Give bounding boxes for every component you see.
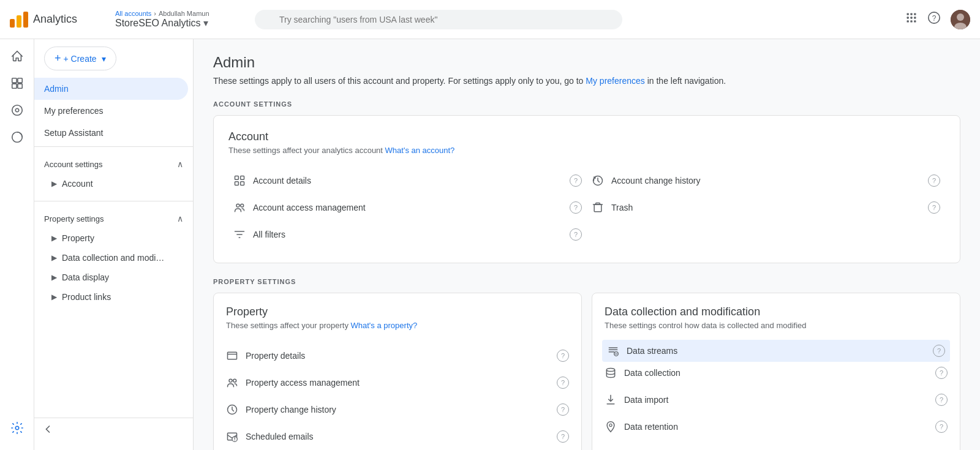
search-wrapper (255, 10, 622, 29)
all-filters-help[interactable]: ? (570, 228, 582, 241)
reports-icon[interactable] (5, 71, 29, 96)
svg-rect-26 (235, 182, 239, 186)
home-icon[interactable] (5, 44, 29, 69)
create-dropdown-icon[interactable]: ▾ (102, 54, 106, 64)
svg-point-14 (957, 13, 964, 21)
account-access-item[interactable]: Account access management ? (233, 194, 582, 221)
property-details-help[interactable]: ? (557, 350, 569, 362)
change-history-item[interactable]: Account change history ? (592, 167, 940, 194)
analytics-logo (10, 12, 28, 28)
account-access-help[interactable]: ? (570, 201, 582, 214)
data-streams-item[interactable]: Data streams ? (602, 340, 950, 362)
account-card: Account These settings affect your analy… (213, 115, 960, 263)
property-change-history-item[interactable]: Property change history ? (226, 396, 569, 423)
dropdown-arrow[interactable]: ▾ (203, 17, 208, 29)
account-details-label: Account details (253, 176, 562, 186)
app-title: Analytics (33, 13, 77, 26)
description-prefix: These settings apply to all users of thi… (213, 76, 586, 86)
collapse-nav-btn[interactable] (34, 418, 193, 440)
explore-icon[interactable] (5, 98, 29, 122)
nav-item-preferences[interactable]: My preferences (34, 100, 188, 122)
svg-point-43 (606, 369, 614, 372)
data-collection-item[interactable]: Data collection ? (605, 359, 948, 386)
settings-icon[interactable] (5, 416, 29, 440)
description-suffix: in the left navigation. (647, 76, 726, 86)
all-filters-item[interactable]: All filters ? (233, 221, 582, 248)
nav-sub-data-collection-label: Data collection and modifica... (62, 253, 166, 263)
change-history-help[interactable]: ? (928, 174, 940, 187)
nav-sub-data-collection[interactable]: ▶ Data collection and modifica... (34, 248, 188, 268)
nav-sub-account-label: Account (62, 179, 93, 189)
scheduled-emails-label: Scheduled emails (246, 432, 549, 441)
svg-point-40 (235, 440, 235, 440)
search-input[interactable] (255, 10, 622, 29)
svg-text:?: ? (932, 14, 937, 23)
trash-help[interactable]: ? (928, 201, 940, 214)
account-card-subtitle-text: These settings affect your analytics acc… (228, 146, 385, 155)
page-title: Admin (213, 54, 960, 71)
data-retention-help[interactable]: ? (935, 421, 948, 433)
data-collection-expand-icon: ▶ (51, 253, 57, 262)
property-details-item[interactable]: Property details ? (226, 342, 569, 369)
property-settings-section: Property settings ∧ ▶ Property ▶ Data co… (34, 204, 193, 312)
property-access-item[interactable]: Property access management ? (226, 369, 569, 396)
svg-rect-8 (907, 20, 909, 22)
property-access-help[interactable]: ? (557, 377, 569, 389)
nav-sub-data-display-label: Data display (62, 272, 109, 282)
svg-rect-17 (17, 78, 21, 83)
account-access-label: Account access management (253, 203, 562, 212)
breadcrumb-all-accounts[interactable]: All accounts (115, 10, 151, 17)
scheduled-emails-icon (226, 430, 238, 443)
avatar[interactable] (951, 10, 970, 29)
all-filters-label: All filters (253, 230, 562, 239)
nav-item-admin[interactable]: Admin (34, 78, 188, 100)
data-collection-icon (605, 367, 617, 379)
data-collection-card-subtitle: These settings control how data is colle… (605, 321, 948, 330)
svg-rect-3 (910, 13, 912, 15)
property-settings-header[interactable]: Property settings ∧ (34, 209, 193, 228)
what-is-account-link[interactable]: What's an account? (385, 146, 455, 155)
trash-item[interactable]: Trash ? (592, 194, 940, 221)
nav-sub-account[interactable]: ▶ Account (34, 174, 188, 193)
breadcrumb: All accounts › Abdullah Mamun (115, 10, 238, 17)
account-details-item[interactable]: Account details ? (233, 167, 582, 194)
data-import-item[interactable]: Data import ? (605, 386, 948, 413)
data-streams-help[interactable]: ? (933, 345, 945, 357)
nav-item-preferences-label: My preferences (44, 106, 103, 116)
nav-sub-data-display[interactable]: ▶ Data display (34, 268, 188, 287)
preferences-link[interactable]: My preferences (586, 76, 644, 86)
svg-rect-18 (12, 84, 16, 88)
svg-rect-7 (914, 17, 916, 18)
nav-item-setup[interactable]: Setup Assistant (34, 122, 188, 144)
what-is-property-link[interactable]: What's a property? (351, 321, 418, 330)
trash-icon (592, 201, 604, 214)
scheduled-emails-help[interactable]: ? (557, 430, 569, 443)
topbar-right: ? (905, 10, 970, 29)
grid-icon[interactable] (905, 12, 918, 27)
property-card: Property These settings affect your prop… (213, 293, 582, 450)
data-import-help[interactable]: ? (935, 394, 948, 406)
logo-bar-3 (23, 12, 28, 28)
advertising-icon[interactable] (5, 125, 29, 149)
property-change-history-label: Property change history (246, 405, 549, 414)
data-retention-item[interactable]: Data retention ? (605, 413, 948, 440)
account-settings-chevron: ∧ (177, 159, 183, 169)
account-details-help[interactable]: ? (570, 174, 582, 187)
nav-sub-property[interactable]: ▶ Property (34, 228, 188, 248)
svg-rect-4 (914, 13, 916, 15)
svg-rect-32 (228, 352, 237, 359)
property-change-history-help[interactable]: ? (557, 403, 569, 416)
svg-rect-16 (12, 78, 16, 83)
data-streams-label: Data streams (627, 346, 925, 356)
nav-sub-product-links[interactable]: ▶ Product links (34, 287, 188, 307)
scheduled-emails-item[interactable]: Scheduled emails ? (226, 423, 569, 450)
data-collection-help[interactable]: ? (935, 367, 948, 379)
help-icon[interactable]: ? (927, 11, 941, 28)
data-collection-card-title: Data collection and modification (605, 306, 948, 318)
account-access-icon (233, 201, 246, 214)
property-access-icon (226, 377, 238, 389)
account-settings-header[interactable]: Account settings ∧ (34, 154, 193, 174)
create-button[interactable]: + + Create ▾ (44, 47, 116, 70)
nav-item-admin-label: Admin (44, 84, 69, 94)
left-nav: + + Create ▾ Admin My preferences Setup … (34, 39, 194, 450)
